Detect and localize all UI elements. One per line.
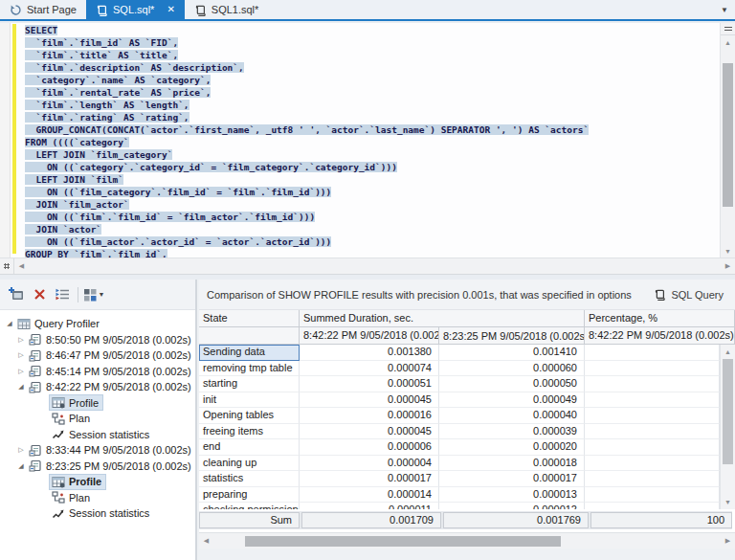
state-cell[interactable]: checking permissions	[199, 503, 300, 509]
profile-state-row-opening-tables[interactable]: Opening tables0.0000160.000040	[199, 408, 720, 424]
scroll-down-icon[interactable]: ▼	[721, 496, 735, 508]
profile-state-row-init[interactable]: init0.0000450.000049	[199, 392, 720, 409]
column-header-run3[interactable]: 8:42:22 PM 9/05/2018 (0.002s)	[585, 327, 735, 345]
run1-duration-cell[interactable]: 0.000004	[300, 456, 439, 472]
profile-state-row-starting[interactable]: starting0.0000510.000050	[199, 376, 720, 392]
state-cell[interactable]: statistics	[199, 471, 300, 487]
scroll-right-icon[interactable]: ▶	[721, 262, 735, 270]
run2-duration-cell[interactable]: 0.000012	[439, 503, 585, 509]
run1-duration-cell[interactable]: 0.000014	[300, 487, 439, 504]
tree-item-plan[interactable]: Plan	[0, 411, 195, 427]
percentage-cell[interactable]	[585, 376, 720, 392]
tree-item-profile[interactable]: Profile	[0, 474, 195, 490]
state-cell[interactable]: end	[199, 439, 300, 456]
profile-state-row-sending-data[interactable]: Sending data0.0013800.001410	[199, 345, 720, 361]
code-line[interactable]: SELECT	[25, 24, 719, 36]
code-line[interactable]: FROM ((((`category`	[25, 136, 719, 148]
column-header-state[interactable]: State	[199, 310, 300, 327]
collapsed-twisty-icon[interactable]: ▷	[15, 336, 27, 344]
code-line[interactable]: `film`.`film_id` AS `FID`,	[25, 36, 719, 49]
scroll-up-icon[interactable]: ▲	[721, 346, 735, 358]
percentage-cell[interactable]	[585, 424, 720, 440]
code-line[interactable]: ON ((`film_actor`.`actor_id` = `actor`.`…	[25, 235, 719, 248]
profile-state-row-freeing-items[interactable]: freeing items0.0000450.000039	[199, 424, 720, 440]
profile-state-row-checking-permissions[interactable]: checking permissions0.0000110.000012	[199, 503, 720, 509]
profile-state-row-removing-tmp-table[interactable]: removing tmp table0.0000740.000060	[199, 361, 720, 377]
percentage-cell[interactable]	[585, 471, 720, 487]
state-cell[interactable]: cleaning up	[199, 456, 300, 472]
new-snapshot-button[interactable]	[5, 284, 28, 305]
state-cell[interactable]: starting	[199, 376, 300, 392]
code-line[interactable]: `film`.`title` AS `title`,	[25, 49, 719, 61]
profile-state-row-preparing[interactable]: preparing0.0000140.000013	[199, 487, 720, 504]
code-line[interactable]: `film`.`length` AS `length`,	[25, 99, 719, 111]
editor-horizontal-scrollbar[interactable]: ◀ ▶	[0, 258, 735, 275]
state-cell[interactable]: freeing items	[199, 424, 300, 440]
run2-duration-cell[interactable]: 0.001410	[439, 345, 585, 361]
collapsed-twisty-icon[interactable]: ▷	[15, 446, 27, 454]
state-cell[interactable]: removing tmp table	[199, 361, 300, 377]
delete-snapshot-button[interactable]	[28, 284, 51, 305]
split-editor-handle[interactable]	[721, 23, 735, 35]
column-header-percentage[interactable]: Percentage, %	[585, 310, 735, 327]
tree-item-plan[interactable]: Plan	[0, 490, 195, 506]
tree-item-session-statistics[interactable]: Session statistics	[0, 427, 195, 443]
tab-sql-sql[interactable]: SQL.sql* ✕	[86, 0, 185, 19]
run2-duration-cell[interactable]: 0.000039	[439, 424, 585, 440]
state-cell[interactable]: Opening tables	[199, 408, 300, 424]
run1-duration-cell[interactable]: 0.001380	[300, 345, 439, 361]
percentage-cell[interactable]	[585, 345, 720, 361]
code-line[interactable]: GROUP_CONCAT(CONCAT(`actor`.`first_name`…	[25, 123, 719, 136]
expanded-twisty-icon[interactable]: ◢	[15, 383, 27, 391]
view-options-button[interactable]: ▼	[82, 284, 105, 305]
scrollbar-thumb[interactable]	[723, 359, 733, 464]
code-line[interactable]: `category`.`name` AS `category`,	[25, 74, 719, 86]
tree-item-8-42-22-pm-9-05-2018-0-002s[interactable]: ◢8:42:22 PM 9/05/2018 (0.002s)	[0, 379, 195, 395]
column-header-duration[interactable]: Summed Duration, sec.	[300, 310, 585, 327]
code-line[interactable]: LEFT JOIN `film_category`	[25, 148, 719, 161]
profile-state-row-statistics[interactable]: statistics0.0000170.000017	[199, 471, 720, 487]
expanded-twisty-icon[interactable]: ◢	[4, 320, 15, 327]
scrollbar-thumb[interactable]	[245, 536, 561, 547]
expanded-twisty-icon[interactable]: ◢	[15, 462, 27, 470]
run2-duration-cell[interactable]: 0.000040	[439, 408, 585, 424]
tree-item-8-45-14-pm-9-05-2018-0-002s[interactable]: ▷8:45:14 PM 9/05/2018 (0.002s)	[0, 364, 195, 380]
tree-item-8-33-44-pm-9-05-2018-0-002s[interactable]: ▷8:33:44 PM 9/05/2018 (0.002s)	[0, 442, 195, 459]
grid-vertical-scrollbar[interactable]: ▲ ▼	[720, 345, 735, 509]
sql-query-button[interactable]: SQL Query	[650, 286, 727, 302]
code-line[interactable]: ON ((`category`.`category_id` = `film_ca…	[25, 161, 719, 173]
tree-item-8-46-47-pm-9-05-2018-0-002s[interactable]: ▷8:46:47 PM 9/05/2018 (0.002s)	[0, 347, 195, 364]
collapsed-twisty-icon[interactable]: ▷	[15, 351, 27, 359]
sql-code-area[interactable]: SELECT `film`.`film_id` AS `FID`, `film`…	[25, 24, 719, 258]
percentage-cell[interactable]	[585, 439, 720, 456]
code-line[interactable]: `film`.`rating` AS `rating`,	[25, 111, 719, 123]
code-line[interactable]: JOIN `film_actor`	[25, 198, 719, 211]
run2-duration-cell[interactable]: 0.000060	[439, 361, 585, 377]
run1-duration-cell[interactable]: 0.000045	[300, 392, 439, 409]
run2-duration-cell[interactable]: 0.000050	[439, 376, 585, 392]
code-line[interactable]: ON ((`film`.`film_id` = `film_actor`.`fi…	[25, 211, 719, 223]
tree-item-query-profiler[interactable]: ◢Query Profiler	[0, 316, 195, 332]
code-line[interactable]: `film`.`description` AS `description`,	[25, 61, 719, 74]
scroll-down-icon[interactable]: ▼	[721, 245, 735, 258]
percentage-cell[interactable]	[585, 487, 720, 504]
run1-duration-cell[interactable]: 0.000045	[300, 424, 439, 440]
run1-duration-cell[interactable]: 0.000006	[300, 439, 439, 456]
state-cell[interactable]: Sending data	[199, 345, 300, 361]
profile-state-row-cleaning-up[interactable]: cleaning up0.0000040.000018	[199, 456, 720, 472]
percentage-cell[interactable]	[585, 361, 720, 377]
close-tab-icon[interactable]: ✕	[167, 5, 174, 14]
run1-duration-cell[interactable]: 0.000051	[300, 376, 439, 392]
code-line[interactable]: LEFT JOIN `film`	[25, 173, 719, 186]
scroll-right-icon[interactable]: ▶	[721, 537, 735, 545]
run2-duration-cell[interactable]: 0.000013	[439, 487, 585, 504]
tree-item-8-50-50-pm-9-05-2018-0-002s[interactable]: ▷8:50:50 PM 9/05/2018 (0.002s)	[0, 332, 195, 348]
scrollbar-thumb[interactable]	[723, 63, 733, 207]
run2-duration-cell[interactable]: 0.000020	[439, 439, 585, 456]
tree-item-8-23-25-pm-9-05-2018-0-002s[interactable]: ◢8:23:25 PM 9/05/2018 (0.002s)	[0, 459, 195, 475]
code-line[interactable]: JOIN `actor`	[25, 223, 719, 235]
percentage-cell[interactable]	[585, 392, 720, 409]
grid-horizontal-scrollbar[interactable]: ◀ ▶	[199, 532, 735, 549]
run1-duration-cell[interactable]: 0.000011	[300, 503, 439, 509]
scroll-left-icon[interactable]: ◀	[199, 537, 213, 545]
